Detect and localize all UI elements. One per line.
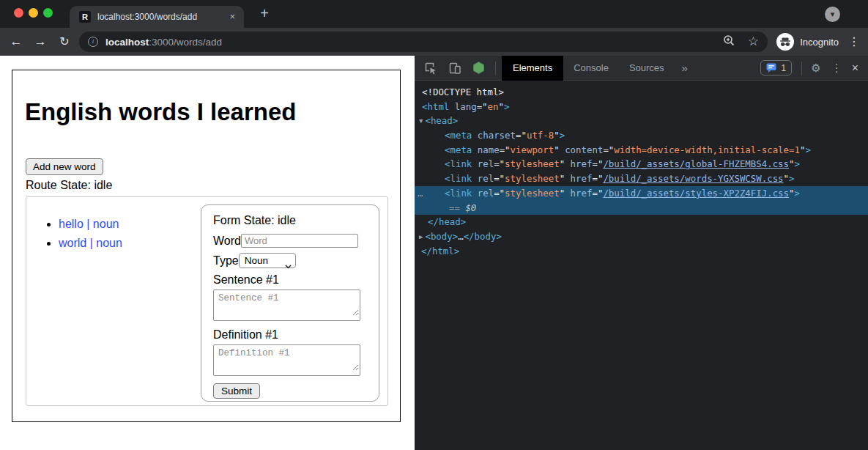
browser-menu-icon[interactable]: ⋮ [847, 28, 861, 56]
issues-badge[interactable]: 1 [760, 60, 792, 75]
browser-tab[interactable]: R localhost:3000/words/add × [70, 6, 244, 28]
devtools-code-line[interactable]: ▶<body>…</body> [415, 229, 868, 244]
code-token: href [565, 158, 592, 169]
code-token: href [565, 188, 592, 199]
devtools-code-line[interactable]: …<link rel="stylesheet" href="/build/_as… [415, 186, 868, 201]
submit-button[interactable]: Submit [213, 383, 260, 399]
code-token: =" [500, 144, 511, 155]
page-title: English words I learned [25, 98, 296, 126]
message-bubble-icon [766, 63, 776, 73]
titlebar: R localhost:3000/words/add × + ▾ [0, 0, 868, 28]
bookmark-star-icon[interactable]: ☆ [748, 32, 759, 52]
add-new-word-button[interactable]: Add new word [26, 158, 103, 175]
word-link[interactable]: world | noun [59, 237, 122, 249]
devtools-code-line[interactable]: <link rel="stylesheet" href="/build/_ass… [415, 171, 868, 186]
code-token: =" [592, 173, 603, 184]
code-token: href [565, 173, 592, 184]
route-state-text: Route State: idle [26, 179, 112, 192]
back-button[interactable]: ← [7, 28, 26, 56]
code-token: =" [592, 158, 603, 169]
reload-button[interactable]: ↻ [55, 28, 74, 56]
devtools-code-line[interactable]: </html> [415, 244, 868, 259]
code-token: <link [445, 188, 472, 199]
maximize-window-button[interactable] [43, 8, 53, 18]
resize-grip-icon[interactable] [352, 361, 359, 374]
close-window-button[interactable] [14, 8, 23, 18]
code-token: <!DOCTYPE html> [422, 86, 504, 97]
toolbar-divider [801, 62, 802, 75]
devtools-menu-icon[interactable]: ⋮ [831, 62, 842, 75]
code-token: <head> [425, 115, 458, 126]
more-tabs-icon[interactable]: » [675, 62, 695, 74]
tab-close-icon[interactable]: × [229, 6, 235, 28]
browser-toolbar: ← → ↻ i localhost:3000/words/add ☆ Incog… [0, 28, 868, 56]
issues-count: 1 [781, 63, 786, 73]
code-token: viewport [511, 144, 554, 155]
code-token: <meta [445, 144, 472, 155]
content-area: English words I learned Add new word Rou… [0, 56, 868, 450]
code-token: " [498, 101, 503, 112]
expand-triangle-icon[interactable]: ▶ [419, 233, 423, 240]
device-toolbar-icon[interactable] [448, 62, 461, 75]
address-bar[interactable]: i localhost:3000/words/add ☆ [79, 32, 768, 52]
sentence-textarea-wrap [213, 289, 360, 321]
inspect-element-icon[interactable] [424, 62, 437, 75]
code-token: " [784, 173, 789, 184]
code-token: /build/_assets/words-YGXSWCSW.css [603, 173, 783, 184]
code-token: /build/_assets/styles-XP2Z4FIJ.css [603, 188, 789, 199]
tab-title: localhost:3000/words/add [97, 6, 197, 28]
devtools-code-line[interactable]: <meta name="viewport" content="width=dev… [415, 143, 868, 158]
code-token: =" [603, 144, 614, 155]
devtools-code-line[interactable]: </head> [415, 215, 868, 229]
new-tab-button[interactable]: + [253, 3, 275, 25]
incognito-badge: Incognito [776, 33, 839, 51]
code-token: =" [494, 158, 505, 169]
type-row: Type Noun [213, 253, 367, 268]
code-token: utf-8 [527, 130, 554, 141]
code-token: rel [472, 173, 494, 184]
word-link[interactable]: hello | noun [59, 218, 119, 230]
sentence-textarea[interactable] [213, 289, 360, 321]
code-token: rel [472, 188, 494, 199]
sentence-label: Sentence #1 [213, 273, 367, 286]
devtools-code-line[interactable]: <meta charset="utf-8"> [415, 128, 868, 143]
incognito-label: Incognito [800, 37, 839, 48]
devtools-toolbar: Elements Console Sources » 1 ⚙ ⋮ × [415, 56, 868, 81]
code-token: rel [472, 158, 494, 169]
type-select[interactable]: Noun [239, 253, 296, 268]
devtools-code-line[interactable]: == $0 [415, 201, 868, 215]
site-info-icon[interactable]: i [88, 37, 98, 47]
minimize-window-button[interactable] [29, 8, 38, 18]
code-token: =" [516, 130, 527, 141]
form-state-text: Form State: idle [213, 214, 367, 226]
add-word-form: Form State: idle Word Type Noun [201, 204, 379, 402]
code-token: stylesheet [505, 188, 560, 199]
code-token: =" [494, 173, 505, 184]
expand-triangle-icon[interactable]: ▼ [419, 117, 423, 125]
zoom-icon[interactable] [723, 34, 735, 50]
tab-sources[interactable]: Sources [619, 56, 675, 81]
word-input[interactable] [241, 234, 358, 248]
tab-console[interactable]: Console [563, 56, 619, 81]
devtools-code-line[interactable]: <link rel="stylesheet" href="/build/_ass… [415, 157, 868, 171]
code-token: =" [592, 188, 603, 199]
devtools-code-line[interactable]: <!DOCTYPE html> [415, 85, 868, 100]
line-ellipsis-icon[interactable]: … [418, 186, 423, 201]
code-token: <link [445, 158, 472, 169]
extension-hexagon-icon[interactable] [472, 61, 486, 75]
code-token: > [504, 101, 509, 112]
definition-textarea-wrap [213, 344, 360, 376]
code-token: <html [422, 101, 449, 112]
resize-grip-icon[interactable] [352, 306, 359, 319]
devtools-code-line[interactable]: ▼<head> [415, 114, 868, 128]
definition-textarea[interactable] [213, 344, 360, 376]
incognito-icon [776, 33, 794, 51]
tab-overflow-chevron-icon[interactable]: ▾ [825, 7, 840, 22]
code-token: /build/_assets/global-FHZEMBS4.css [603, 158, 789, 169]
devtools-code-line[interactable]: <html lang="en"> [415, 100, 868, 114]
gear-icon[interactable]: ⚙ [811, 62, 820, 75]
devtools-close-icon[interactable]: × [852, 62, 858, 75]
forward-button[interactable]: → [31, 28, 50, 56]
tab-elements[interactable]: Elements [502, 56, 563, 81]
code-token: > [805, 144, 810, 155]
